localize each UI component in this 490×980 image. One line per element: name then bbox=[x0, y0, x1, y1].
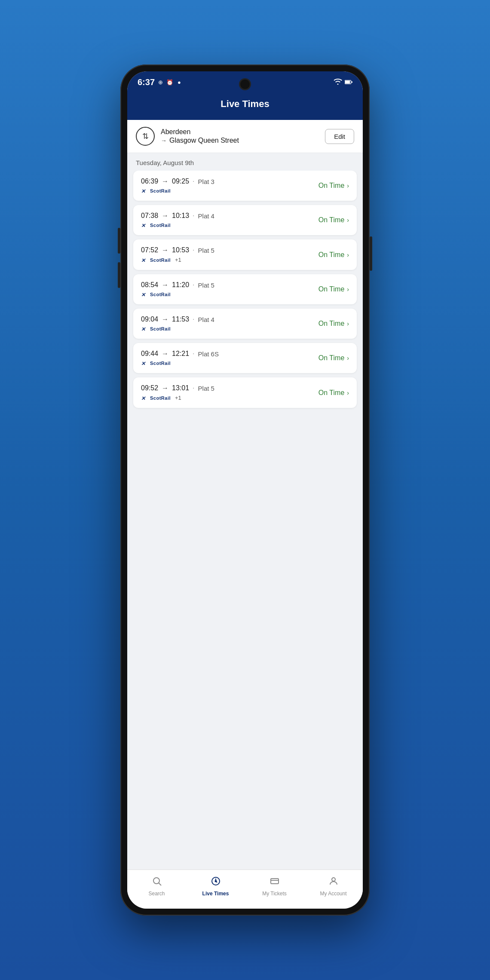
app-header: Live Times bbox=[127, 91, 363, 120]
scotrail-logo: ✕ ScotRail bbox=[141, 222, 171, 228]
train-status: On Time › bbox=[318, 320, 349, 328]
camera-notch bbox=[239, 78, 251, 90]
route-to-label: Glasgow Queen Street bbox=[169, 137, 239, 144]
status-text: On Time bbox=[318, 216, 344, 224]
nav-item-live-times[interactable]: Live Times bbox=[186, 874, 245, 898]
nav-item-my-tickets[interactable]: My Tickets bbox=[245, 874, 304, 898]
train-list: 06:39 → 09:25 · Plat 3 ✕ ScotRail On Tim… bbox=[127, 171, 363, 870]
svg-line-11 bbox=[159, 883, 161, 886]
train-times: 06:39 → 09:25 · Plat 3 bbox=[141, 178, 214, 185]
route-info: Aberdeen → Glasgow Queen Street bbox=[161, 128, 239, 144]
svg-text:✕: ✕ bbox=[141, 188, 146, 194]
svg-text:✕: ✕ bbox=[141, 326, 146, 332]
volume-down-button bbox=[118, 262, 120, 288]
train-operator: ✕ ScotRail +1 bbox=[141, 395, 214, 401]
svg-text:✕: ✕ bbox=[141, 223, 146, 228]
train-times: 07:52 → 10:53 · Plat 5 bbox=[141, 246, 214, 254]
scotrail-name: ScotRail bbox=[150, 361, 171, 366]
route-from: Aberdeen bbox=[161, 128, 239, 136]
platform: Plat 5 bbox=[198, 385, 214, 392]
scotrail-logo: ✕ ScotRail bbox=[141, 360, 171, 366]
bottom-nav: Search Live Times My Tickets My Account bbox=[127, 870, 363, 909]
scotrail-logo: ✕ ScotRail bbox=[141, 257, 171, 263]
scotrail-logo: ✕ ScotRail bbox=[141, 291, 171, 297]
nav-icon-live-times bbox=[211, 876, 221, 889]
train-card[interactable]: 07:52 → 10:53 · Plat 5 ✕ ScotRail +1 On … bbox=[133, 239, 357, 270]
train-status: On Time › bbox=[318, 216, 349, 224]
scotrail-name: ScotRail bbox=[150, 223, 171, 228]
edit-button[interactable]: Edit bbox=[325, 129, 354, 144]
date-label: Tuesday, August 9th bbox=[136, 159, 194, 166]
train-card[interactable]: 09:04 → 11:53 · Plat 4 ✕ ScotRail On Tim… bbox=[133, 309, 357, 339]
train-extra-stops: +1 bbox=[175, 257, 181, 263]
dot-sep: · bbox=[193, 212, 194, 220]
train-status: On Time › bbox=[318, 389, 349, 397]
train-card-left: 09:52 → 13:01 · Plat 5 ✕ ScotRail +1 bbox=[141, 384, 214, 401]
power-button bbox=[370, 236, 372, 271]
dot-indicator: ● bbox=[178, 79, 181, 86]
scotrail-x-logo-icon: ✕ bbox=[141, 222, 149, 228]
train-card[interactable]: 07:38 → 10:13 · Plat 4 ✕ ScotRail On Tim… bbox=[133, 205, 357, 235]
train-times: 09:44 → 12:21 · Plat 6S bbox=[141, 350, 219, 358]
scotrail-name: ScotRail bbox=[150, 188, 171, 193]
arrive-time: 09:25 bbox=[172, 178, 189, 185]
train-card-left: 07:38 → 10:13 · Plat 4 ✕ ScotRail bbox=[141, 212, 214, 228]
train-card-left: 07:52 → 10:53 · Plat 5 ✕ ScotRail +1 bbox=[141, 246, 214, 263]
nav-icon-my-account bbox=[328, 876, 339, 889]
status-text: On Time bbox=[318, 251, 344, 259]
dot-sep: · bbox=[193, 315, 194, 323]
svg-text:✕: ✕ bbox=[141, 257, 146, 263]
train-card[interactable]: 09:52 → 13:01 · Plat 5 ✕ ScotRail +1 On … bbox=[133, 377, 357, 408]
dot-sep: · bbox=[193, 178, 194, 185]
scotrail-name: ScotRail bbox=[150, 257, 171, 263]
nav-item-search[interactable]: Search bbox=[127, 874, 186, 898]
train-card[interactable]: 06:39 → 09:25 · Plat 3 ✕ ScotRail On Tim… bbox=[133, 171, 357, 201]
train-card-left: 09:04 → 11:53 · Plat 4 ✕ ScotRail bbox=[141, 315, 214, 332]
svg-point-13 bbox=[215, 881, 216, 882]
depart-time: 09:52 bbox=[141, 384, 158, 392]
train-card[interactable]: 08:54 → 11:20 · Plat 5 ✕ ScotRail On Tim… bbox=[133, 274, 357, 304]
train-extra-stops: +1 bbox=[175, 395, 181, 401]
train-arrow: → bbox=[162, 315, 168, 323]
depart-time: 07:52 bbox=[141, 246, 158, 254]
status-text: On Time bbox=[318, 285, 344, 293]
dot-sep: · bbox=[193, 384, 194, 392]
status-right bbox=[334, 79, 352, 86]
train-arrow: → bbox=[162, 212, 168, 220]
svg-text:✕: ✕ bbox=[141, 395, 146, 401]
platform: Plat 5 bbox=[198, 282, 214, 289]
train-card[interactable]: 09:44 → 12:21 · Plat 6S ✕ ScotRail On Ti… bbox=[133, 343, 357, 373]
depart-time: 07:38 bbox=[141, 212, 158, 220]
scotrail-x-logo-icon: ✕ bbox=[141, 188, 149, 194]
swap-icon[interactable]: ⇅ bbox=[136, 127, 155, 146]
dot-sep: · bbox=[193, 246, 194, 254]
phone-screen: 6:37 ⊕ ⏰ ● bbox=[127, 71, 363, 909]
route-to: → Glasgow Queen Street bbox=[161, 137, 239, 144]
nav-label-search: Search bbox=[148, 891, 165, 897]
train-status: On Time › bbox=[318, 182, 349, 190]
train-operator: ✕ ScotRail bbox=[141, 326, 214, 332]
volume-up-button bbox=[118, 228, 120, 254]
train-operator: ✕ ScotRail bbox=[141, 360, 219, 366]
page-title: Live Times bbox=[220, 98, 269, 109]
sim-icon: ⊕ bbox=[158, 79, 163, 86]
platform: Plat 4 bbox=[198, 316, 214, 323]
train-arrow: → bbox=[162, 281, 168, 289]
wifi-icon bbox=[334, 79, 342, 86]
nav-label-live-times: Live Times bbox=[202, 891, 229, 897]
train-times: 07:38 → 10:13 · Plat 4 bbox=[141, 212, 214, 220]
train-card-left: 09:44 → 12:21 · Plat 6S ✕ ScotRail bbox=[141, 350, 219, 366]
status-text: On Time bbox=[318, 182, 344, 190]
scotrail-x-logo-icon: ✕ bbox=[141, 326, 149, 332]
route-direction-arrow: → bbox=[161, 137, 167, 144]
scotrail-x-logo-icon: ✕ bbox=[141, 395, 149, 401]
train-arrow: → bbox=[162, 246, 168, 254]
chevron-right-icon: › bbox=[347, 182, 349, 189]
platform: Plat 3 bbox=[198, 178, 214, 185]
nav-label-my-account: My Account bbox=[320, 891, 346, 897]
chevron-right-icon: › bbox=[347, 286, 349, 293]
nav-item-my-account[interactable]: My Account bbox=[304, 874, 363, 898]
date-header: Tuesday, August 9th bbox=[127, 153, 363, 171]
scotrail-logo: ✕ ScotRail bbox=[141, 188, 171, 194]
route-section: ⇅ Aberdeen → Glasgow Queen Street Edit bbox=[127, 120, 363, 153]
